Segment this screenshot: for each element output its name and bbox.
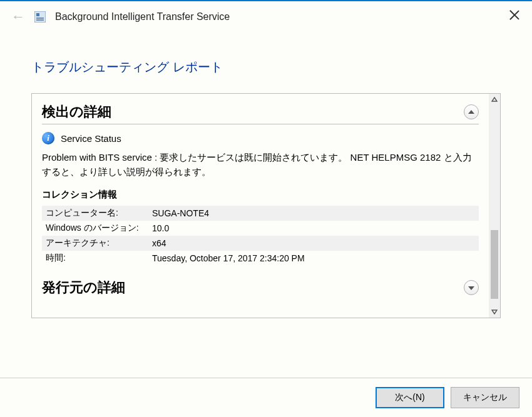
svg-rect-1	[36, 13, 39, 16]
close-button[interactable]	[508, 9, 521, 21]
label-computer-name: コンピューター名:	[42, 206, 148, 221]
collection-info-table: コンピューター名: SUGA-NOTE4 Windows のバージョン: 10.…	[42, 206, 479, 266]
scroll-up-icon[interactable]	[489, 94, 500, 105]
detection-title: 検出の詳細	[42, 103, 111, 121]
back-arrow-icon[interactable]: ←	[11, 10, 25, 24]
table-row: 時間: Tuesday, October 17, 2017 2:34:20 PM	[42, 251, 479, 266]
value-architecture: x64	[148, 236, 479, 251]
table-row: コンピューター名: SUGA-NOTE4	[42, 206, 479, 221]
collection-info-heading: コレクション情報	[42, 189, 479, 201]
value-windows-version: 10.0	[148, 221, 479, 236]
scrollbar[interactable]	[489, 94, 500, 318]
value-computer-name: SUGA-NOTE4	[148, 206, 479, 221]
chevron-down-icon	[468, 286, 474, 290]
expand-publisher-button[interactable]	[464, 280, 479, 295]
detection-section-header: 検出の詳細	[42, 99, 479, 124]
publisher-section-header: 発行元の詳細	[42, 274, 479, 297]
header: ← Background Intelligent Transfer Servic…	[0, 1, 532, 29]
scroll-track[interactable]	[489, 105, 500, 306]
svg-rect-2	[36, 18, 44, 19]
next-button[interactable]: 次へ(N)	[376, 387, 444, 408]
cancel-button[interactable]: キャンセル	[451, 387, 519, 408]
svg-rect-0	[34, 11, 46, 23]
table-row: アーキテクチャ: x64	[42, 236, 479, 251]
scroll-down-icon[interactable]	[489, 306, 500, 318]
table-row: Windows のバージョン: 10.0	[42, 221, 479, 236]
app-icon	[34, 11, 46, 23]
publisher-title: 発行元の詳細	[42, 278, 125, 297]
footer: 次へ(N) キャンセル	[0, 378, 532, 417]
svg-rect-3	[36, 19, 44, 21]
scroll-thumb[interactable]	[491, 230, 498, 299]
page-title: Background Intelligent Transfer Service	[55, 11, 230, 23]
collapse-detection-button[interactable]	[464, 104, 479, 119]
service-status-row: i Service Status	[42, 132, 479, 144]
service-status-label: Service Status	[61, 133, 121, 144]
value-time: Tuesday, October 17, 2017 2:34:20 PM	[148, 251, 479, 266]
label-time: 時間:	[42, 251, 148, 266]
info-icon: i	[42, 132, 54, 144]
label-architecture: アーキテクチャ:	[42, 236, 148, 251]
label-windows-version: Windows のバージョン:	[42, 221, 148, 236]
report-panel: 検出の詳細 i Service Status Problem with BITS…	[31, 93, 501, 318]
problem-description: Problem with BITS service : 要求したサービスは既に開…	[42, 151, 479, 179]
chevron-up-icon	[468, 110, 474, 114]
report-heading: トラブルシューティング レポート	[31, 59, 501, 76]
